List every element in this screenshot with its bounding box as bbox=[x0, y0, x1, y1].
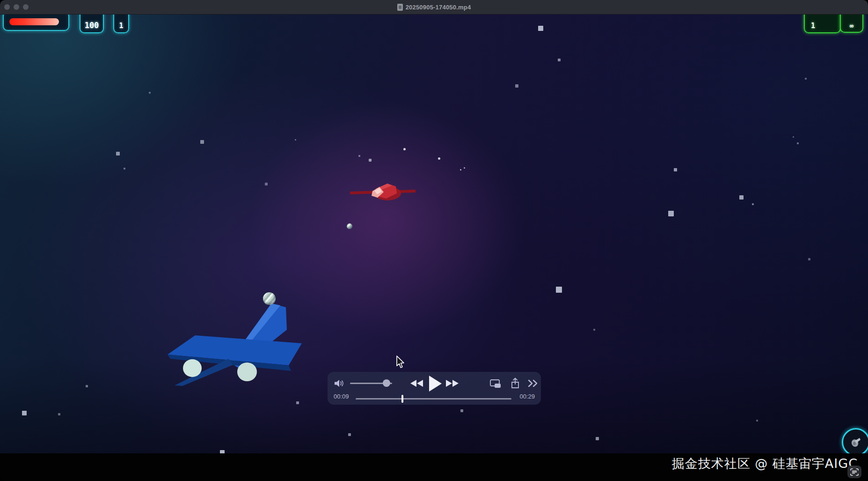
pip-icon[interactable] bbox=[490, 379, 501, 388]
star bbox=[116, 152, 120, 155]
fast-forward-icon[interactable] bbox=[446, 380, 459, 387]
star bbox=[793, 136, 794, 138]
app-window: 20250905-174050.mp4 bbox=[0, 0, 868, 481]
star bbox=[369, 159, 372, 162]
ammo-badge: 100 bbox=[80, 14, 104, 33]
health-bar bbox=[3, 14, 69, 31]
zoom-window-button[interactable] bbox=[23, 4, 29, 10]
more-icon[interactable] bbox=[528, 379, 538, 387]
star bbox=[438, 157, 440, 160]
duration-time: 00:29 bbox=[519, 393, 535, 400]
mouse-cursor bbox=[395, 355, 405, 369]
scan-text-icon bbox=[850, 468, 859, 476]
playback-control-bar: 00:09 00:29 bbox=[328, 372, 541, 405]
star bbox=[200, 140, 204, 144]
video-canvas[interactable]: 100 1 1 ∞ bbox=[0, 14, 868, 453]
star bbox=[515, 84, 518, 88]
volume-knob[interactable] bbox=[383, 379, 390, 387]
star bbox=[739, 195, 744, 200]
minimize-window-button[interactable] bbox=[14, 4, 19, 10]
star bbox=[149, 92, 151, 94]
star bbox=[358, 155, 360, 157]
star bbox=[464, 167, 465, 169]
star bbox=[22, 411, 27, 415]
star bbox=[752, 203, 754, 205]
star bbox=[403, 148, 406, 150]
watermark-text: 掘金技术社区 @ 硅基宙宇AIGC bbox=[672, 455, 858, 472]
star bbox=[556, 287, 562, 293]
seek-bar[interactable] bbox=[356, 398, 511, 400]
speaker-orb-icon bbox=[850, 436, 862, 448]
star bbox=[86, 385, 88, 387]
star bbox=[58, 413, 60, 415]
star bbox=[296, 401, 299, 404]
player-blue-plane bbox=[163, 289, 320, 389]
rewind-icon[interactable] bbox=[410, 380, 423, 387]
star bbox=[348, 433, 351, 436]
health-bar-fill bbox=[9, 18, 59, 25]
enemy-red-plane bbox=[350, 180, 416, 203]
striped-ball-large bbox=[263, 292, 276, 305]
star bbox=[596, 437, 599, 440]
star bbox=[668, 211, 674, 216]
infinity-badge: ∞ bbox=[840, 14, 863, 33]
star bbox=[808, 258, 810, 260]
playhead[interactable] bbox=[401, 395, 403, 403]
window-title: 20250905-174050.mp4 bbox=[406, 4, 471, 11]
lives-badge: 1 bbox=[804, 14, 841, 33]
striped-ball-small bbox=[347, 223, 352, 229]
floating-tool-button[interactable] bbox=[842, 428, 868, 453]
close-window-button[interactable] bbox=[4, 4, 10, 10]
star bbox=[538, 26, 543, 31]
star bbox=[756, 420, 758, 422]
star bbox=[124, 168, 125, 170]
star bbox=[295, 139, 296, 141]
window-titlebar: 20250905-174050.mp4 bbox=[0, 0, 868, 15]
live-text-button[interactable] bbox=[847, 466, 861, 478]
star bbox=[220, 450, 225, 453]
star bbox=[797, 142, 799, 144]
star bbox=[460, 169, 461, 170]
star bbox=[460, 409, 463, 412]
volume-slider[interactable] bbox=[350, 383, 392, 384]
letterbox-bar: 掘金技术社区 @ 硅基宙宇AIGC bbox=[0, 453, 868, 481]
video-file-icon bbox=[397, 4, 403, 11]
volume-icon[interactable] bbox=[335, 379, 346, 387]
star bbox=[558, 59, 561, 61]
star bbox=[805, 78, 807, 80]
level-badge: 1 bbox=[113, 14, 129, 33]
star bbox=[674, 168, 677, 171]
elapsed-time: 00:09 bbox=[334, 393, 349, 400]
star bbox=[593, 329, 595, 331]
star bbox=[265, 183, 268, 185]
share-icon[interactable] bbox=[511, 377, 519, 389]
play-icon[interactable] bbox=[429, 376, 442, 392]
